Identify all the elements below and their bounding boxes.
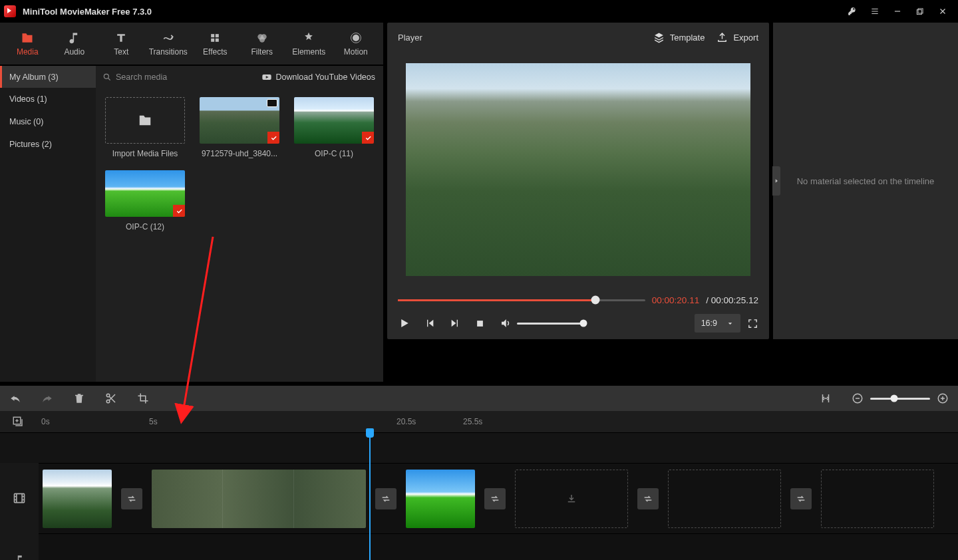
svg-rect-3 bbox=[216, 34, 219, 37]
timeline-ruler[interactable]: 0s 5s 20.5s 25.5s bbox=[0, 411, 958, 432]
media-item-picture-1[interactable]: OIP-C (11) bbox=[294, 97, 374, 158]
zoom-in-button[interactable] bbox=[937, 392, 949, 404]
tab-elements[interactable]: Elements bbox=[285, 23, 333, 65]
audio-track[interactable] bbox=[0, 533, 958, 560]
add-track-button[interactable] bbox=[12, 416, 24, 428]
player-panel: Player Template Export 00:00:20.11 / 00:… bbox=[387, 23, 769, 339]
search-input[interactable]: Search media bbox=[96, 72, 253, 82]
import-media-button[interactable]: Import Media Files bbox=[105, 97, 185, 158]
timeline-toolbar bbox=[0, 386, 958, 411]
panel-collapse-handle[interactable] bbox=[772, 166, 780, 196]
clip-3[interactable] bbox=[406, 470, 475, 528]
sidebar-item-videos[interactable]: Videos (1) bbox=[0, 88, 96, 110]
search-icon bbox=[102, 72, 112, 82]
tab-transitions[interactable]: Transitions bbox=[145, 23, 192, 65]
seek-bar[interactable]: 00:00:20.11 / 00:00:25.12 bbox=[387, 293, 769, 307]
transition-slot[interactable] bbox=[121, 488, 142, 509]
swap-icon bbox=[381, 493, 391, 504]
template-button[interactable]: Template bbox=[653, 32, 705, 43]
seek-track[interactable] bbox=[398, 299, 645, 301]
check-icon bbox=[362, 132, 374, 144]
elements-icon bbox=[302, 31, 315, 45]
crop-button[interactable] bbox=[137, 392, 149, 404]
transition-slot[interactable] bbox=[484, 488, 506, 509]
stop-button[interactable] bbox=[475, 319, 485, 329]
maximize-icon[interactable] bbox=[909, 0, 931, 23]
video-badge-icon bbox=[267, 99, 277, 107]
check-icon bbox=[173, 205, 185, 217]
preview-area[interactable] bbox=[387, 52, 769, 293]
youtube-icon bbox=[261, 72, 272, 82]
chevron-down-icon bbox=[726, 320, 734, 327]
thumb-label: Import Media Files bbox=[112, 149, 178, 158]
check-icon bbox=[267, 132, 279, 144]
split-button[interactable] bbox=[105, 392, 117, 404]
undo-button[interactable] bbox=[9, 392, 21, 404]
next-frame-button[interactable] bbox=[450, 318, 460, 329]
fullscreen-button[interactable] bbox=[747, 318, 758, 329]
video-track[interactable] bbox=[0, 463, 958, 533]
filters-icon bbox=[255, 31, 269, 45]
time-current: 00:00:20.11 bbox=[652, 295, 699, 305]
playhead[interactable] bbox=[369, 432, 371, 560]
tab-filters[interactable]: Filters bbox=[239, 23, 286, 65]
drop-slot[interactable] bbox=[821, 470, 934, 528]
media-item-picture-2[interactable]: OIP-C (12) bbox=[105, 170, 185, 231]
delete-button[interactable] bbox=[73, 392, 85, 404]
template-icon bbox=[653, 32, 665, 43]
tab-audio[interactable]: Audio bbox=[51, 23, 98, 65]
tab-motion[interactable]: Motion bbox=[333, 23, 380, 65]
seek-knob[interactable] bbox=[591, 296, 600, 305]
prev-frame-button[interactable] bbox=[424, 318, 435, 329]
export-button[interactable]: Export bbox=[717, 32, 758, 43]
fit-button[interactable] bbox=[820, 392, 832, 404]
redo-button[interactable] bbox=[41, 392, 53, 404]
download-youtube-button[interactable]: Download YouTube Videos bbox=[253, 72, 383, 82]
preview-image bbox=[406, 63, 750, 276]
folder-icon bbox=[138, 113, 152, 128]
transition-slot[interactable] bbox=[375, 488, 397, 509]
sidebar-item-myalbum[interactable]: My Album (3) bbox=[0, 66, 96, 88]
close-icon[interactable] bbox=[931, 0, 954, 23]
minimize-icon[interactable] bbox=[886, 0, 909, 23]
clip-2[interactable] bbox=[152, 470, 366, 528]
download-youtube-label: Download YouTube Videos bbox=[276, 72, 375, 82]
music-icon bbox=[68, 31, 81, 45]
film-icon bbox=[13, 491, 26, 505]
svg-rect-4 bbox=[211, 38, 214, 41]
tab-label: Effects bbox=[203, 47, 227, 57]
tab-text[interactable]: Text bbox=[98, 23, 145, 65]
media-grid: Import Media Files 9712579-uhd_3840... O… bbox=[96, 88, 383, 382]
transition-slot[interactable] bbox=[790, 488, 812, 509]
license-key-icon[interactable] bbox=[841, 0, 864, 23]
search-placeholder: Search media bbox=[116, 72, 167, 82]
swap-icon bbox=[643, 493, 653, 504]
effects-icon bbox=[208, 31, 222, 45]
sidebar-item-label: Videos (1) bbox=[9, 94, 47, 104]
sidebar-item-music[interactable]: Music (0) bbox=[0, 110, 96, 133]
sidebar-item-pictures[interactable]: Pictures (2) bbox=[0, 133, 96, 156]
drop-slot[interactable] bbox=[668, 470, 781, 528]
zoom-out-button[interactable] bbox=[852, 392, 864, 404]
volume-icon[interactable] bbox=[500, 317, 512, 329]
clip-1[interactable] bbox=[43, 470, 112, 528]
volume-slider[interactable] bbox=[517, 323, 583, 325]
audio-track-head bbox=[0, 533, 39, 560]
app-logo bbox=[4, 5, 16, 17]
drop-slot[interactable] bbox=[515, 470, 628, 528]
chevron-right-icon bbox=[774, 177, 779, 185]
zoom-slider[interactable] bbox=[870, 398, 930, 400]
play-button[interactable] bbox=[398, 317, 410, 329]
tab-effects[interactable]: Effects bbox=[192, 23, 239, 65]
swap-icon bbox=[796, 493, 806, 504]
tab-label: Audio bbox=[64, 47, 84, 57]
media-item-video[interactable]: 9712579-uhd_3840... bbox=[200, 97, 279, 158]
transition-slot[interactable] bbox=[637, 488, 659, 509]
tab-media[interactable]: Media bbox=[4, 23, 51, 65]
sidebar-item-label: Pictures (2) bbox=[9, 140, 52, 149]
thumb-label: OIP-C (11) bbox=[315, 149, 353, 158]
app-title: MiniTool MovieMaker Free 7.3.0 bbox=[23, 7, 152, 17]
menu-icon[interactable] bbox=[864, 0, 886, 23]
aspect-ratio-select[interactable]: 16:9 bbox=[695, 314, 740, 333]
swap-icon bbox=[126, 493, 137, 504]
